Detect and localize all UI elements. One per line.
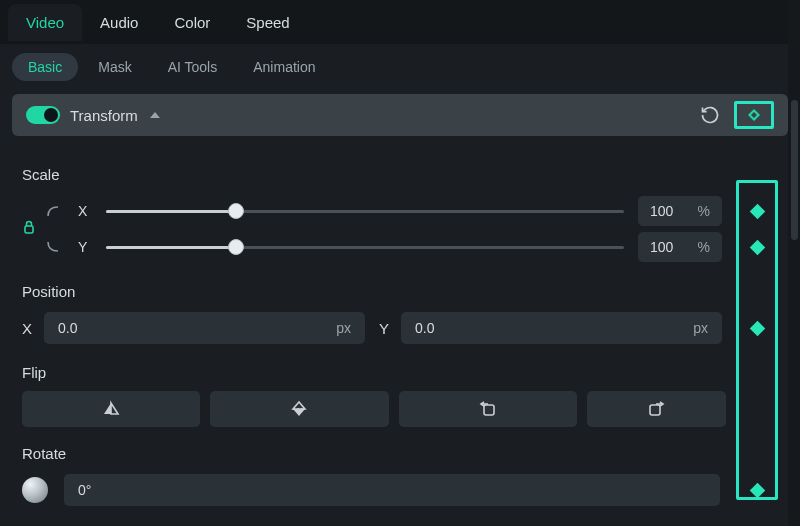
subtab-mask[interactable]: Mask (82, 53, 147, 81)
transform-keyframe-button[interactable] (734, 101, 774, 129)
position-y-letter: Y (379, 320, 391, 337)
tab-audio[interactable]: Audio (82, 4, 156, 41)
sub-tab-bar: Basic Mask AI Tools Animation (0, 44, 800, 88)
scale-label: Scale (22, 166, 778, 183)
position-keyframe-button[interactable] (752, 323, 763, 334)
position-y-value: 0.0 (415, 320, 434, 336)
flip-vertical-button[interactable] (210, 391, 388, 427)
rotate-label: Rotate (22, 445, 778, 462)
scale-x-row: X 100 % (46, 193, 778, 229)
flip-row (22, 391, 778, 427)
scale-x-keyframe-button[interactable] (752, 206, 763, 217)
tab-video[interactable]: Video (8, 4, 82, 41)
rotate-cw-button[interactable] (587, 391, 726, 427)
scale-y-slider[interactable] (106, 237, 624, 257)
reset-icon[interactable] (700, 105, 720, 125)
position-x-letter: X (22, 320, 34, 337)
transform-toggle[interactable] (26, 106, 60, 124)
link-scale-icon[interactable] (22, 219, 36, 235)
svg-rect-4 (650, 405, 660, 415)
scale-x-value[interactable]: 100 % (638, 196, 722, 226)
position-y-input[interactable]: 0.0 px (401, 312, 722, 344)
scale-y-keyframe-button[interactable] (752, 242, 763, 253)
bracket-bottom-icon (46, 240, 64, 254)
position-y-unit: px (693, 320, 708, 336)
subtab-ai-tools[interactable]: AI Tools (152, 53, 234, 81)
toggle-knob (44, 108, 58, 122)
scale-y-number: 100 (650, 239, 673, 255)
position-row: X 0.0 px Y 0.0 px (22, 310, 778, 346)
scale-x-number: 100 (650, 203, 673, 219)
scale-x-unit: % (698, 203, 710, 219)
position-x-value: 0.0 (58, 320, 77, 336)
position-x-unit: px (336, 320, 351, 336)
svg-rect-2 (25, 226, 33, 233)
tab-speed[interactable]: Speed (228, 4, 307, 41)
position-label: Position (22, 283, 778, 300)
scale-y-letter: Y (78, 239, 92, 255)
collapse-icon[interactable] (150, 112, 160, 118)
scale-y-row: Y 100 % (46, 229, 778, 265)
rotate-ccw-button[interactable] (399, 391, 577, 427)
scale-y-value[interactable]: 100 % (638, 232, 722, 262)
rotate-row: 0° (22, 472, 778, 508)
flip-label: Flip (22, 364, 778, 381)
rotate-input[interactable]: 0° (64, 474, 720, 506)
subtab-basic[interactable]: Basic (12, 53, 78, 81)
transform-section-header: Transform (12, 94, 788, 136)
tab-color[interactable]: Color (156, 4, 228, 41)
flip-horizontal-button[interactable] (22, 391, 200, 427)
transform-title: Transform (70, 107, 138, 124)
top-tab-bar: Video Audio Color Speed (0, 0, 800, 44)
subtab-animation[interactable]: Animation (237, 53, 331, 81)
scale-y-unit: % (698, 239, 710, 255)
svg-rect-3 (484, 405, 494, 415)
position-x-input[interactable]: 0.0 px (44, 312, 365, 344)
scale-x-letter: X (78, 203, 92, 219)
rotate-keyframe-button[interactable] (752, 485, 763, 496)
rotate-knob[interactable] (22, 477, 48, 503)
bracket-top-icon (46, 204, 64, 218)
scale-x-slider[interactable] (106, 201, 624, 221)
rotate-value: 0° (78, 482, 91, 498)
